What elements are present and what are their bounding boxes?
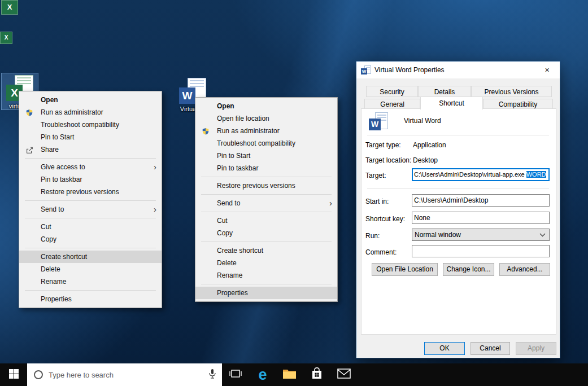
ok-button[interactable]: OK	[424, 342, 465, 355]
properties-dialog: W Virtual Word Properties × Security Det…	[356, 61, 560, 358]
run-combobox[interactable]: Normal window	[412, 229, 550, 241]
start-button[interactable]	[0, 363, 27, 386]
edge-button[interactable]: e	[249, 363, 276, 386]
menu-item-cut[interactable]: Cut	[19, 221, 162, 233]
menu-item-pin-to-taskbar[interactable]: Pin to taskbar	[19, 173, 162, 186]
task-view-icon	[229, 369, 242, 381]
menu-item-delete[interactable]: Delete	[19, 263, 162, 275]
menu-item-open[interactable]: Open	[195, 100, 337, 112]
menu-item-properties[interactable]: Properties	[19, 293, 162, 305]
menu-separator	[25, 290, 156, 291]
edge-icon: e	[258, 363, 267, 386]
folder-icon	[282, 368, 297, 381]
comment-input[interactable]	[412, 245, 550, 257]
share-icon	[25, 146, 33, 153]
menu-item-pin-to-start[interactable]: Pin to Start	[19, 131, 162, 143]
excel-icon: X	[0, 32, 12, 44]
change-icon-button[interactable]: Change Icon...	[443, 263, 494, 276]
menu-item-run-as-administrator[interactable]: Run as administrator	[195, 125, 337, 137]
menu-item-pin-to-start[interactable]: Pin to Start	[195, 150, 337, 162]
shortcut-tab-page: W Virtual Word Target type: Application …	[361, 108, 556, 335]
menu-item-troubleshoot-compatibility[interactable]: Troubleshoot compatibility	[19, 119, 162, 131]
cancel-button[interactable]: Cancel	[471, 342, 510, 355]
store-button[interactable]	[303, 363, 330, 386]
menu-item-copy[interactable]: Copy	[195, 227, 337, 239]
search-input[interactable]	[49, 371, 208, 379]
shortcut-key-input[interactable]	[412, 212, 550, 224]
tab-row-front: General Shortcut Compatibility	[364, 97, 553, 109]
menu-item-delete[interactable]: Delete	[195, 257, 337, 269]
menu-item-pin-to-taskbar[interactable]: Pin to taskbar	[195, 162, 337, 174]
target-type-label: Target type:	[365, 141, 401, 149]
word-icon: W	[369, 112, 388, 130]
start-in-label: Start in:	[365, 198, 389, 205]
menu-separator	[25, 218, 156, 218]
context-menu-exe: Open Run as administrator Troubleshoot c…	[19, 91, 162, 308]
chevron-down-icon	[539, 231, 546, 239]
menu-item-copy[interactable]: Copy	[19, 233, 162, 245]
excel-icon: X	[1, 0, 18, 15]
menu-item-properties[interactable]: Properties	[195, 287, 337, 299]
word-icon: W	[361, 65, 371, 74]
tab-row-back: Security Details Previous Versions	[366, 86, 552, 97]
submenu-arrow-icon: ›	[154, 161, 156, 173]
desktop-icon-mini-2[interactable]: X	[0, 32, 12, 44]
menu-separator	[25, 200, 156, 201]
open-file-location-button[interactable]: Open File Location	[372, 263, 438, 276]
dialog-titlebar[interactable]: W Virtual Word Properties ×	[356, 62, 560, 78]
menu-item-rename[interactable]: Rename	[195, 269, 337, 282]
menu-separator	[201, 212, 332, 212]
uac-shield-icon	[25, 108, 33, 116]
menu-item-create-shortcut[interactable]: Create shortcut	[19, 251, 162, 263]
context-menu-shortcut: Open Open file location Run as administr…	[195, 97, 338, 302]
menu-item-give-access-to[interactable]: Give access to ›	[19, 161, 162, 173]
close-button[interactable]: ×	[534, 62, 560, 78]
tab-security[interactable]: Security	[366, 86, 418, 97]
menu-item-troubleshoot-compatibility[interactable]: Troubleshoot compatibility	[195, 137, 337, 150]
microphone-icon[interactable]	[208, 369, 216, 381]
menu-item-share[interactable]: Share	[19, 143, 162, 156]
tab-details[interactable]: Details	[418, 86, 471, 97]
menu-item-send-to[interactable]: Send to ›	[195, 197, 337, 209]
menu-item-open[interactable]: Open	[19, 94, 162, 106]
tab-previous-versions[interactable]: Previous Versions	[471, 86, 552, 97]
target-input[interactable]: C:\Users\Admin\Desktop\virtual-app.exe W…	[412, 168, 550, 181]
menu-item-restore-previous-versions[interactable]: Restore previous versions	[195, 179, 337, 192]
search-circle-icon	[34, 370, 43, 379]
menu-item-rename[interactable]: Rename	[19, 275, 162, 288]
menu-item-cut[interactable]: Cut	[195, 214, 337, 227]
separator	[367, 135, 549, 135]
task-view-button[interactable]	[222, 363, 249, 386]
menu-separator	[25, 158, 156, 159]
windows-logo-icon	[9, 369, 19, 381]
target-location-label: Target location:	[365, 156, 411, 164]
menu-item-send-to[interactable]: Send to ›	[19, 203, 162, 216]
selected-text: WORD	[526, 171, 546, 178]
submenu-arrow-icon: ›	[154, 203, 156, 216]
file-explorer-button[interactable]	[276, 363, 303, 386]
submenu-arrow-icon: ›	[329, 197, 332, 209]
comment-label: Comment:	[365, 248, 397, 256]
advanced-button[interactable]: Advanced...	[499, 263, 550, 276]
app-name: Virtual Word	[404, 117, 441, 125]
run-label: Run:	[365, 232, 380, 240]
menu-separator	[25, 248, 156, 248]
desktop-icon-mini-1[interactable]: X	[1, 0, 18, 15]
target-type-value: Application	[413, 141, 446, 149]
search-box[interactable]	[27, 363, 222, 386]
menu-item-create-shortcut[interactable]: Create shortcut	[195, 244, 337, 257]
menu-item-run-as-administrator[interactable]: Run as administrator	[19, 106, 162, 119]
menu-item-open-file-location[interactable]: Open file location	[195, 112, 337, 125]
desktop-wallpaper: X X X virtual... W Virtual W Open Run	[0, 0, 588, 386]
menu-item-restore-previous-versions[interactable]: Restore previous versions	[19, 186, 162, 198]
dialog-title: Virtual Word Properties	[374, 66, 445, 74]
separator	[367, 188, 549, 189]
start-in-input[interactable]	[412, 194, 550, 207]
apply-button[interactable]: Apply	[516, 342, 556, 355]
tab-shortcut[interactable]: Shortcut	[420, 97, 483, 109]
menu-separator	[201, 177, 332, 177]
menu-separator	[201, 194, 332, 195]
uac-shield-icon	[202, 127, 210, 135]
mail-icon	[337, 369, 351, 381]
mail-button[interactable]	[330, 363, 358, 386]
